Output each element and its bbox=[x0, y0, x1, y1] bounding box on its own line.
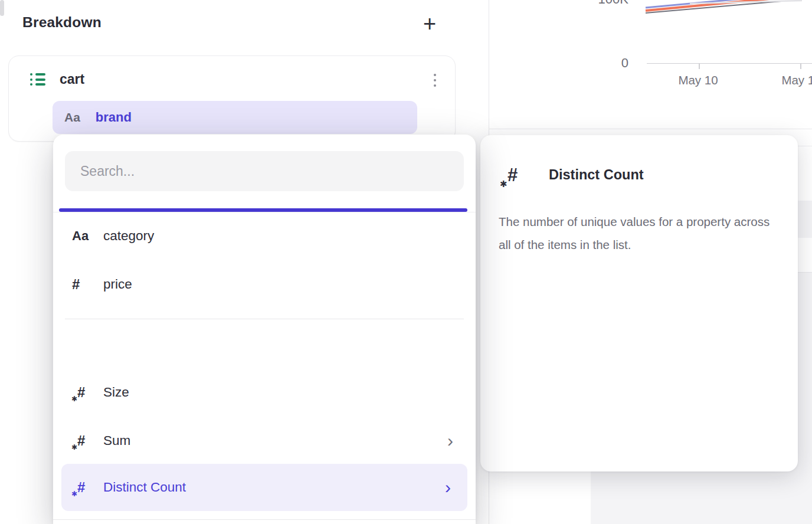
chevron-right-icon: › bbox=[445, 480, 451, 495]
selected-property-pill[interactable]: Aa brand bbox=[53, 101, 417, 134]
computed-number-icon: #✱ bbox=[72, 384, 98, 401]
x-tickmark-may12 bbox=[800, 64, 801, 69]
tooltip-description: The number of unique values for a proper… bbox=[499, 211, 781, 256]
property-dropdown: Aa category # price Computed #✱ Size #✱ … bbox=[53, 135, 476, 524]
tabs-divider bbox=[53, 212, 476, 212]
chevron-right-icon: › bbox=[447, 433, 453, 448]
list-icon bbox=[30, 72, 45, 87]
breakdown-card: cart Aa brand bbox=[8, 55, 456, 142]
computed-number-icon: #✱ bbox=[72, 433, 98, 449]
x-axis-label-may12: May 12 bbox=[769, 73, 812, 87]
y-axis-tick-100k: 100K bbox=[584, 0, 628, 7]
list-bottom-divider bbox=[53, 519, 476, 520]
breakdown-source-name: cart bbox=[60, 71, 84, 87]
tooltip-title: Distinct Count bbox=[549, 167, 644, 183]
property-option-category[interactable]: Aa category bbox=[53, 221, 476, 251]
line-chart-series bbox=[643, 0, 812, 15]
x-axis-label-may10: May 10 bbox=[666, 73, 731, 87]
number-type-icon: # bbox=[72, 276, 98, 293]
search-input[interactable] bbox=[65, 151, 464, 191]
x-tickmark-may10 bbox=[699, 64, 700, 69]
text-type-icon: Aa bbox=[64, 110, 80, 125]
computed-number-icon: #✱ bbox=[508, 165, 518, 186]
x-axis-line bbox=[647, 63, 812, 64]
selected-property-name: brand bbox=[96, 110, 132, 125]
text-type-icon: Aa bbox=[72, 228, 98, 244]
computed-option-sum[interactable]: #✱ Sum › bbox=[53, 426, 476, 456]
y-axis-tick-0: 0 bbox=[584, 55, 628, 71]
breakdown-section-title: Breakdown bbox=[22, 14, 102, 31]
scrollbar-thumb[interactable] bbox=[0, 0, 4, 16]
add-breakdown-button[interactable]: + bbox=[415, 9, 444, 38]
kebab-menu-icon[interactable] bbox=[429, 71, 441, 90]
breakdown-source-row[interactable]: cart bbox=[30, 71, 84, 87]
computed-option-size[interactable]: #✱ Size bbox=[53, 378, 476, 407]
distinct-count-tooltip: #✱ Distinct Count The number of unique v… bbox=[480, 135, 798, 471]
computed-option-distinct-count[interactable]: #✱ Distinct Count › bbox=[61, 464, 467, 511]
list-divider bbox=[65, 319, 464, 319]
table-top-divider bbox=[489, 129, 812, 129]
computed-number-icon: #✱ bbox=[72, 479, 98, 496]
property-option-price[interactable]: # price bbox=[53, 270, 476, 299]
